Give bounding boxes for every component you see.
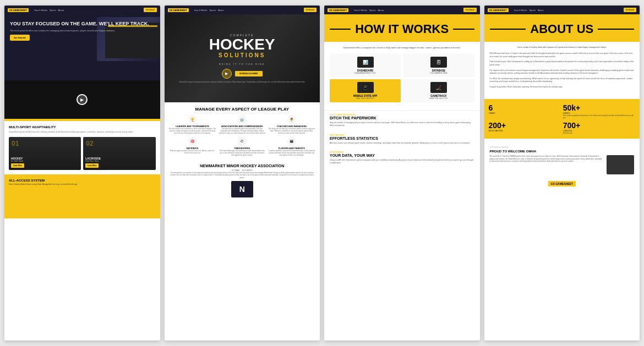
nav-link-about[interactable]: About [58, 9, 64, 12]
nav-link-sports[interactable]: Sports [50, 9, 56, 12]
hero-section-1: YOU STAY FOCUSED ON THE GAME. WE'LL KEEP… [4, 14, 160, 80]
assoc-logo: N [169, 181, 316, 197]
nav-cta-3[interactable]: Get Started [463, 8, 476, 12]
learn-btn-1[interactable]: Learn More [11, 163, 24, 168]
assoc-logo-box: N [231, 181, 253, 197]
sport-info-1: HOCKEY Ice / Ball / Street Learn More [11, 157, 24, 168]
hero-hockey-title: HOCKEY [179, 37, 305, 52]
sport-num-1: 01 [12, 140, 19, 147]
ditch-section: FULLY CONNECTED TOGETHER DITCH THE PAPER… [324, 110, 480, 131]
logo-1[interactable]: GS GAMESHEET [8, 8, 29, 12]
assoc-logo-letter: N [239, 185, 245, 194]
feature-icon-4: 🎯 [188, 137, 197, 146]
association-section: NEWMARKET MINOR HOCKEY ASSOCIATION 26 TE… [165, 161, 320, 201]
multi-sport-heading: MULTI-SPORT ADAPTABILITY [9, 125, 156, 129]
about-story-3: For anyone who's ever tried to ensure le… [490, 69, 635, 75]
about-line-right [598, 29, 634, 30]
feature-desc-5: The GameSheet app can timekeepers track … [219, 150, 266, 157]
feature-item-1: 🏆 LEADERS AND TOURNAMENTS The associatio… [169, 115, 216, 135]
tool-label-gametrack: GAME TRACKING TOOL [406, 97, 471, 100]
nav-links-1: How It Works Sports About [34, 9, 64, 12]
omha-text: We would like to Thank the OMHA board fo… [490, 155, 604, 174]
your-data-heading: YOUR DATA, YOUR WAY [330, 153, 474, 157]
stat-games: 50k+ GAMES The numbers speak for themsel… [563, 103, 635, 119]
feature-desc-4: Refs are game involved. Get set score in… [169, 150, 216, 154]
feature-icon-1: 🏆 [188, 115, 197, 124]
tool-card-mobile: 📱 MOBILE STATE APP REAL-TIME STATISTICS [330, 79, 401, 102]
nav-link-2-sports[interactable]: Sports [209, 9, 216, 12]
nav-link-3-sports[interactable]: Sports [369, 9, 376, 12]
stats-text: After the season you will get game resul… [330, 142, 474, 145]
stat-leagues-num: 700+ [563, 121, 635, 130]
schedule-btn[interactable]: Schedule a Demo [235, 71, 263, 76]
hero-bring: BRING IT TO THE RINK [179, 63, 305, 65]
hero-subtext-1: The most powerful all-in-one solution fo… [10, 29, 155, 32]
tools-grid: 📊 DASHBOARD DATA MANAGEMENT TOOL 🗄 DATAB… [330, 54, 474, 102]
stat-leagues: 700+ LEAGUES Rich Berman [563, 121, 635, 134]
hiw-header: HOW IT WORKS [324, 14, 480, 42]
feature-icon-3: 👨‍💼 [287, 115, 296, 124]
sport-card-hockey: 01 HOCKEY Ice / Ball / Street Learn More [9, 137, 81, 170]
feature-item-5: ⏱ TIMEKEEPERS The GameSheet app can time… [219, 137, 266, 157]
nav-cta-4[interactable]: Get Started [624, 8, 636, 12]
stat-teams: 6 TEAMS [489, 103, 561, 119]
nav-link-2-about[interactable]: About [218, 9, 223, 12]
stat-assoc: 200+ ASSOCIATIONS [489, 121, 561, 134]
nav-link-4-sports[interactable]: Sports [529, 9, 536, 12]
nav-links-3: How It Works Sports About [354, 9, 384, 12]
page-card-4: GS GAMESHEET How It Works Sports About G… [484, 6, 640, 340]
feature-desc-2: Commissioners schedule games automatical… [219, 128, 266, 135]
stat-assoc-label: ASSOCIATIONS [489, 130, 561, 132]
play-circle-2[interactable]: ▶ [222, 69, 232, 79]
logo-4[interactable]: GS GAMESHEET [488, 8, 509, 12]
feature-item-2: 🏢 ASSOCIATIONS AND COMMISSIONERS Commiss… [219, 115, 266, 135]
nav-link-3-about[interactable]: About [378, 9, 384, 12]
logo-2[interactable]: GS GAMESHEET [168, 8, 189, 12]
play-button-1[interactable]: ▶ [77, 94, 88, 105]
feature-item-6: 👨‍👩‍👧 PLAYERS AND PARENTS Coaches, famil… [268, 137, 315, 157]
hero-headline-1: YOU STAY FOCUSED ON THE GAME. WE'LL KEEP… [10, 21, 155, 27]
stats-author: Rich Berman [563, 132, 635, 134]
nav-link-2-hiw[interactable]: How It Works [194, 9, 208, 12]
hero-subtext-2: Gamesheet supports hockey and lacrosse a… [179, 81, 305, 84]
nav-link-4-hiw[interactable]: How It Works [514, 9, 527, 12]
about-story-2: Fast forward a year. Rich transitioned t… [490, 61, 635, 67]
hiw-intro: Gamesheet offers a complete set of tools… [330, 46, 474, 50]
tool-label-dashboard: DATA MANAGEMENT TOOL [332, 72, 398, 74]
sport-cards: 01 HOCKEY Ice / Ball / Street Learn More… [9, 137, 156, 170]
nav-link-4-about[interactable]: About [538, 9, 543, 12]
stat-teams-num: 6 [489, 103, 561, 112]
feature-desc-1: The association can customize to drive t… [169, 128, 216, 135]
logo-3[interactable]: GS GAMESHEET [328, 8, 348, 12]
multi-sport-section: MULTI-SPORT ADAPTABILITY Gamesheet sport… [4, 121, 160, 174]
nav-cta-2[interactable]: Get Started [304, 8, 316, 12]
sport-name-1: HOCKEY [11, 157, 24, 160]
about-header: ABOUT US [484, 14, 640, 42]
ditch-text: Stop the hassle of managing all your gam… [330, 122, 474, 128]
nav-link-hiw[interactable]: How It Works [34, 9, 47, 12]
nav-link-3-hiw[interactable]: How It Works [354, 9, 367, 12]
about-body: Just a couple of hockey dads with a pass… [484, 42, 640, 96]
bottom-desc-1: Game Tracking System Game scoring, Stats… [9, 183, 156, 185]
manage-heading: MANAGE EVERY ASPECT OF LEAGUE PLAY [169, 107, 316, 112]
feature-desc-6: Coaches, families, parents the Gamesheet… [268, 150, 315, 157]
omha-prefix: OUR NEWEST MEMBER [490, 146, 635, 149]
sport-sub-1: Ice / Ball / Street [11, 160, 24, 162]
about-line-left [490, 29, 526, 30]
omha-content: We would like to Thank the OMHA board fo… [490, 155, 635, 174]
learn-btn-2[interactable]: Learn More [85, 163, 99, 168]
hero-section-2: COMPLETE HOCKEY SOLUTIONS BRING IT TO TH… [165, 14, 320, 102]
multi-sport-desc: Gamesheet sports handles lacrosse, and a… [9, 131, 156, 134]
tool-card-database: 🗄 DATABASE LIVE DATABASE DATA [403, 54, 474, 77]
hiw-line-left [330, 29, 351, 30]
your-data-text: Using our API, the Gamesheet system inte… [330, 159, 474, 165]
feature-icon-5: ⏱ [238, 137, 247, 146]
hero-cta-1[interactable]: Get Started [10, 35, 30, 41]
omha-heading: PROUD TO WELCOME OMHA [490, 150, 635, 153]
feature-item-3: 👨‍💼 COACHES AND MANAGERS The thing most … [268, 115, 315, 135]
about-story-4: For Rich, the workload was simply overwh… [490, 78, 635, 84]
nav-cta-1[interactable]: Get Started [144, 8, 156, 12]
nav-bar-3: GS GAMESHEET How It Works Sports About G… [324, 6, 480, 14]
sport-info-2: LACROSSE Field / Box / Sixes Learn More [85, 157, 101, 168]
nav-links-2: How It Works Sports About [194, 9, 224, 12]
